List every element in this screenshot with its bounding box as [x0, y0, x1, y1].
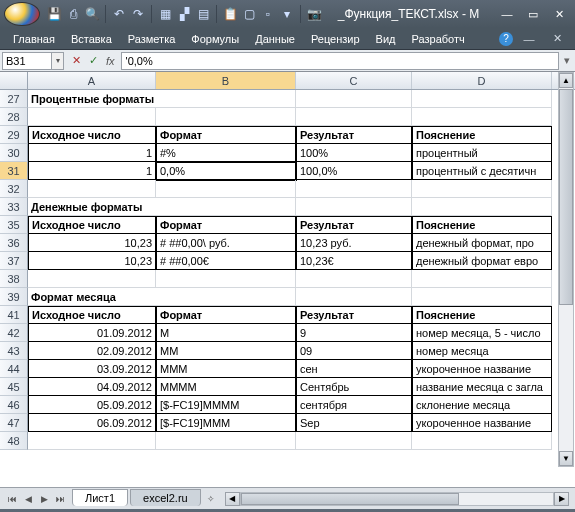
cell[interactable]: [412, 432, 552, 450]
row-header[interactable]: 43: [0, 342, 28, 360]
hscroll-thumb[interactable]: [241, 493, 460, 505]
cell[interactable]: 06.09.2012: [28, 414, 156, 432]
row-header[interactable]: 42: [0, 324, 28, 342]
qat-icon[interactable]: ▞: [176, 6, 192, 22]
cell[interactable]: 04.09.2012: [28, 378, 156, 396]
cell[interactable]: денежный формат, про: [412, 234, 552, 252]
cell[interactable]: Процентные форматы: [28, 90, 296, 108]
redo-icon[interactable]: ↷: [130, 6, 146, 22]
cell[interactable]: 1: [28, 144, 156, 162]
ribbon-close-button[interactable]: ✕: [545, 30, 569, 48]
cell[interactable]: [28, 108, 156, 126]
cell[interactable]: 100%: [296, 144, 412, 162]
ribbon-tab-home[interactable]: Главная: [6, 30, 62, 48]
cell[interactable]: [$-FC19]МММ: [156, 414, 296, 432]
formula-input[interactable]: '0,0%: [121, 52, 559, 70]
ribbon-tab-data[interactable]: Данные: [248, 30, 302, 48]
grid-body[interactable]: 27Процентные форматы2829Исходное числоФо…: [0, 90, 575, 487]
vscroll-up[interactable]: ▲: [559, 73, 573, 88]
cell[interactable]: МММ: [156, 360, 296, 378]
cell[interactable]: 03.09.2012: [28, 360, 156, 378]
cell[interactable]: процентный: [412, 144, 552, 162]
cell[interactable]: [412, 288, 552, 306]
cell[interactable]: [296, 108, 412, 126]
undo-icon[interactable]: ↶: [111, 6, 127, 22]
cell[interactable]: Исходное число: [28, 216, 156, 234]
cell[interactable]: номер месяца: [412, 342, 552, 360]
cell[interactable]: 10,23: [28, 252, 156, 270]
close-button[interactable]: ✕: [547, 5, 571, 23]
row-header[interactable]: 35: [0, 216, 28, 234]
cell[interactable]: Формат: [156, 126, 296, 144]
row-header[interactable]: 30: [0, 144, 28, 162]
col-header-a[interactable]: A: [28, 72, 156, 89]
print-icon[interactable]: ⎙: [65, 6, 81, 22]
row-header[interactable]: 44: [0, 360, 28, 378]
new-sheet-icon[interactable]: ✧: [203, 491, 219, 507]
tab-first-icon[interactable]: ⏮: [4, 491, 20, 507]
vscroll-thumb[interactable]: [559, 89, 573, 305]
cell[interactable]: 01.09.2012: [28, 324, 156, 342]
cell[interactable]: [28, 270, 156, 288]
cell[interactable]: #%: [156, 144, 296, 162]
cell[interactable]: процентный с десятичн: [412, 162, 552, 180]
cell[interactable]: укороченное название: [412, 360, 552, 378]
preview-icon[interactable]: 🔍: [84, 6, 100, 22]
cell[interactable]: Сентябрь: [296, 378, 412, 396]
cell[interactable]: [296, 270, 412, 288]
cell[interactable]: [296, 432, 412, 450]
col-header-c[interactable]: C: [296, 72, 412, 89]
row-header[interactable]: 27: [0, 90, 28, 108]
cell[interactable]: ММММ: [156, 378, 296, 396]
cell[interactable]: Формат: [156, 306, 296, 324]
ribbon-tab-formulas[interactable]: Формулы: [184, 30, 246, 48]
cancel-icon[interactable]: ✕: [72, 54, 81, 67]
row-header[interactable]: 47: [0, 414, 28, 432]
cell[interactable]: 05.09.2012: [28, 396, 156, 414]
cell[interactable]: [$-FC19]ММММ: [156, 396, 296, 414]
cell[interactable]: [296, 90, 412, 108]
ribbon-tab-developer[interactable]: Разработч: [405, 30, 472, 48]
hscroll-left[interactable]: ◀: [225, 492, 240, 506]
save-icon[interactable]: 💾: [46, 6, 62, 22]
cell[interactable]: # ##0,00\ руб.: [156, 234, 296, 252]
cell[interactable]: денежный формат евро: [412, 252, 552, 270]
cell[interactable]: сен: [296, 360, 412, 378]
cell[interactable]: Исходное число: [28, 126, 156, 144]
cell[interactable]: название месяца с загла: [412, 378, 552, 396]
select-all-corner[interactable]: [0, 72, 28, 89]
cell[interactable]: 10,23 руб.: [296, 234, 412, 252]
cell[interactable]: 10,23€: [296, 252, 412, 270]
cell[interactable]: Денежные форматы: [28, 198, 296, 216]
ribbon-tab-layout[interactable]: Разметка: [121, 30, 183, 48]
cell[interactable]: Пояснение: [412, 306, 552, 324]
row-header[interactable]: 33: [0, 198, 28, 216]
cell[interactable]: [296, 198, 412, 216]
sheet-tab-active[interactable]: Лист1: [72, 489, 128, 506]
cell[interactable]: [28, 180, 156, 198]
row-header[interactable]: 32: [0, 180, 28, 198]
qat-icon[interactable]: ▫: [260, 6, 276, 22]
qat-icon[interactable]: ▦: [157, 6, 173, 22]
cell[interactable]: укороченное название: [412, 414, 552, 432]
row-header[interactable]: 45: [0, 378, 28, 396]
paste-icon[interactable]: 📋: [222, 6, 238, 22]
hscroll-right[interactable]: ▶: [554, 492, 569, 506]
cell[interactable]: [412, 108, 552, 126]
fx-icon[interactable]: fx: [106, 55, 115, 67]
cell[interactable]: [156, 270, 296, 288]
row-header[interactable]: 38: [0, 270, 28, 288]
row-header[interactable]: 28: [0, 108, 28, 126]
hscroll-track[interactable]: [240, 492, 554, 506]
sheet-tab[interactable]: excel2.ru: [130, 489, 201, 506]
ribbon-minimize-button[interactable]: —: [517, 30, 541, 48]
cell[interactable]: Sep: [296, 414, 412, 432]
cell[interactable]: [412, 90, 552, 108]
col-header-b[interactable]: B: [156, 72, 296, 89]
cell[interactable]: 100,0%: [296, 162, 412, 180]
enter-icon[interactable]: ✓: [89, 54, 98, 67]
cell[interactable]: [156, 180, 296, 198]
vscroll-down[interactable]: ▼: [559, 451, 573, 466]
cell[interactable]: Формат: [156, 216, 296, 234]
tab-prev-icon[interactable]: ◀: [20, 491, 36, 507]
